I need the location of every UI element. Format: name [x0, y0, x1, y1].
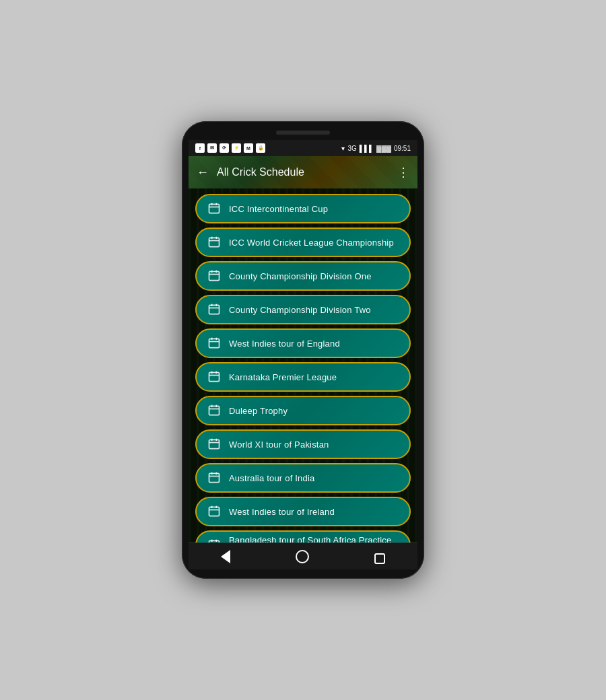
schedule-item[interactable]: Duleep Trophy — [195, 396, 411, 425]
schedule-item[interactable]: World XI tour of Pakistan — [195, 429, 411, 459]
phone-frame: f ✉ ⟳ ⚡ M 🔒 ▾ 3G ▌▌▌ ▓▓▓ 09:51 ← All Cri… — [182, 121, 424, 579]
schedule-item-label: County Championship Division One — [229, 271, 372, 281]
nav-recent-button[interactable] — [369, 544, 391, 569]
schedule-item[interactable]: County Championship Division One — [195, 261, 411, 291]
calendar-icon — [207, 269, 221, 283]
schedule-item-label: Duleep Trophy — [229, 406, 288, 416]
page-title: All Crick Schedule — [217, 166, 397, 178]
schedule-item-label: County Championship Division Two — [229, 305, 371, 315]
schedule-item-label: ICC World Cricket League Championship — [229, 238, 394, 248]
schedule-item[interactable]: Australia tour of India — [195, 463, 411, 493]
svg-rect-32 — [209, 473, 220, 482]
calendar-icon — [207, 337, 221, 350]
usb-icon: ⚡ — [232, 143, 241, 153]
status-icons-left: f ✉ ⟳ ⚡ M 🔒 — [195, 143, 265, 153]
svg-rect-20 — [209, 372, 220, 381]
svg-rect-4 — [209, 238, 220, 246]
calendar-icon — [207, 404, 221, 417]
svg-rect-0 — [209, 204, 220, 213]
time-display: 09:51 — [394, 145, 411, 152]
speaker-grille — [276, 131, 330, 135]
schedule-item[interactable]: ICC Intercontinental Cup — [195, 194, 411, 223]
status-right: ▾ 3G ▌▌▌ ▓▓▓ 09:51 — [341, 145, 411, 152]
mail-icon: M — [244, 143, 253, 153]
wifi-icon: ▾ — [341, 145, 345, 152]
phone-screen: f ✉ ⟳ ⚡ M 🔒 ▾ 3G ▌▌▌ ▓▓▓ 09:51 ← All Cri… — [189, 140, 417, 569]
schedule-list: ICC Intercontinental CupICC World Cricke… — [189, 188, 417, 542]
schedule-item[interactable]: County Championship Division Two — [195, 295, 411, 324]
svg-rect-8 — [209, 271, 220, 280]
recent-square-icon — [374, 553, 385, 564]
calendar-icon — [207, 438, 221, 451]
calendar-icon — [207, 303, 221, 316]
schedule-item-label: Australia tour of India — [229, 473, 314, 483]
more-options-button[interactable]: ⋮ — [397, 165, 409, 180]
schedule-item[interactable]: ICC World Cricket League Championship — [195, 228, 411, 257]
calendar-icon — [207, 471, 221, 485]
fb-icon: f — [195, 143, 205, 153]
schedule-item[interactable]: West Indies tour of Ireland — [195, 497, 411, 526]
svg-rect-28 — [209, 440, 220, 448]
lock-icon: 🔒 — [256, 143, 265, 153]
schedule-item-label: Bangladesh tour of South Africa Practice… — [229, 535, 399, 542]
schedule-item-label: World XI tour of Pakistan — [229, 440, 329, 450]
calendar-icon — [207, 505, 221, 518]
back-triangle-icon — [221, 550, 230, 563]
schedule-item-label: West Indies tour of England — [229, 339, 340, 349]
nav-back-button[interactable] — [215, 545, 236, 569]
msg-icon: ✉ — [207, 143, 217, 153]
home-circle-icon — [296, 550, 309, 563]
network-label: 3G — [347, 145, 356, 152]
schedule-item[interactable]: Bangladesh tour of South Africa Practice… — [195, 530, 411, 542]
calendar-icon — [207, 236, 221, 249]
svg-rect-12 — [209, 305, 220, 314]
calendar-icon — [207, 370, 221, 384]
battery-icon: ▓▓▓ — [376, 145, 391, 152]
calendar-icon — [207, 202, 221, 215]
svg-rect-36 — [209, 507, 220, 516]
sync-icon: ⟳ — [220, 143, 229, 153]
schedule-item[interactable]: West Indies tour of England — [195, 328, 411, 358]
schedule-item[interactable]: Karnataka Premier League — [195, 362, 411, 392]
signal-bars: ▌▌▌ — [360, 145, 374, 152]
nav-home-button[interactable] — [290, 545, 314, 569]
bottom-nav — [189, 542, 417, 569]
schedule-item-label: West Indies tour of Ireland — [229, 507, 335, 517]
app-header: ← All Crick Schedule ⋮ — [189, 156, 417, 188]
schedule-item-label: Karnataka Premier League — [229, 372, 337, 382]
status-bar: f ✉ ⟳ ⚡ M 🔒 ▾ 3G ▌▌▌ ▓▓▓ 09:51 — [189, 140, 417, 156]
app-header-bg: ← All Crick Schedule ⋮ — [189, 156, 417, 188]
svg-rect-24 — [209, 406, 220, 415]
back-button[interactable]: ← — [197, 166, 209, 180]
schedule-item-label: ICC Intercontinental Cup — [229, 204, 328, 214]
svg-rect-16 — [209, 339, 220, 347]
